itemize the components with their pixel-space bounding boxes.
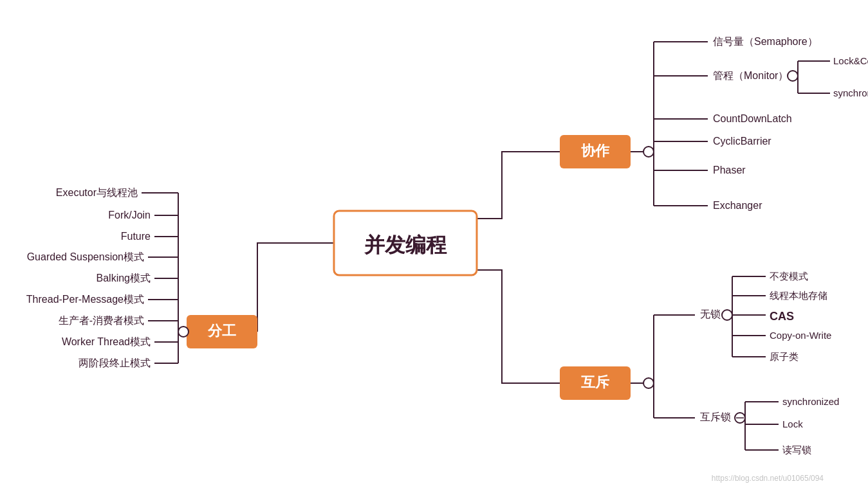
leaf-guarded: Guarded Suspension模式	[27, 251, 144, 262]
leaf-synchronized2: synchronized	[782, 396, 839, 407]
leaf-phaser: Phaser	[713, 165, 746, 176]
fengong-circle	[178, 327, 189, 337]
leaf-balking: Balking模式	[97, 273, 151, 284]
leaf-exchanger: Exchanger	[713, 200, 762, 211]
leaf-semaphore: 信号量（Semaphore）	[713, 36, 818, 47]
connector-xiezuo	[476, 152, 560, 219]
label-wusuo: 无锁	[700, 309, 721, 320]
leaf-forkjoin: Fork/Join	[108, 210, 151, 221]
leaf-producerconsumer: 生产者-消费者模式	[59, 315, 144, 326]
connector-fengong-h	[257, 243, 335, 332]
leaf-atomics: 原子类	[770, 351, 799, 362]
branch-xiezuo-label: 协作	[581, 143, 610, 159]
monitor-circle	[788, 71, 798, 81]
huchi-circle	[643, 378, 654, 388]
mindmap: 并发编程 协作 信号量（Semaphore） 管程（Monitor） Lock&…	[0, 0, 868, 486]
leaf-cow: Copy-on-Write	[770, 330, 831, 341]
watermark: https://blog.csdn.net/u01065/094	[712, 474, 824, 483]
leaf-threadlocal: 线程本地存储	[770, 290, 827, 301]
leaf-workerthread: Worker Thread模式	[62, 336, 151, 347]
leaf-executor: Executor与线程池	[56, 187, 138, 198]
connector-huchi	[476, 270, 560, 383]
xiezuo-circle	[643, 147, 654, 157]
label-huchisuo: 互斥锁	[700, 411, 731, 422]
leaf-rwlock: 读写锁	[782, 444, 811, 455]
leaf-twophase: 两阶段终止模式	[78, 357, 151, 368]
leaf-cas: CAS	[770, 310, 794, 323]
wusuo-circle	[722, 310, 732, 320]
center-label: 并发编程	[364, 233, 447, 256]
leaf-monitor: 管程（Monitor）	[713, 70, 788, 81]
leaf-future: Future	[121, 231, 151, 242]
leaf-cyclicbarrier: CyclicBarrier	[713, 136, 771, 147]
leaf-bubian: 不变模式	[770, 271, 808, 282]
leaf-lock: Lock	[782, 419, 803, 429]
leaf-synchronized1: synchronized	[833, 87, 868, 98]
leaf-tpm: Thread-Per-Message模式	[26, 294, 144, 305]
branch-huchi-label: 互斥	[581, 374, 610, 390]
leaf-lock-condition: Lock&Condition	[833, 55, 868, 66]
branch-fengong-label: 分工	[207, 323, 236, 339]
leaf-countdownlatch: CountDownLatch	[713, 113, 792, 124]
